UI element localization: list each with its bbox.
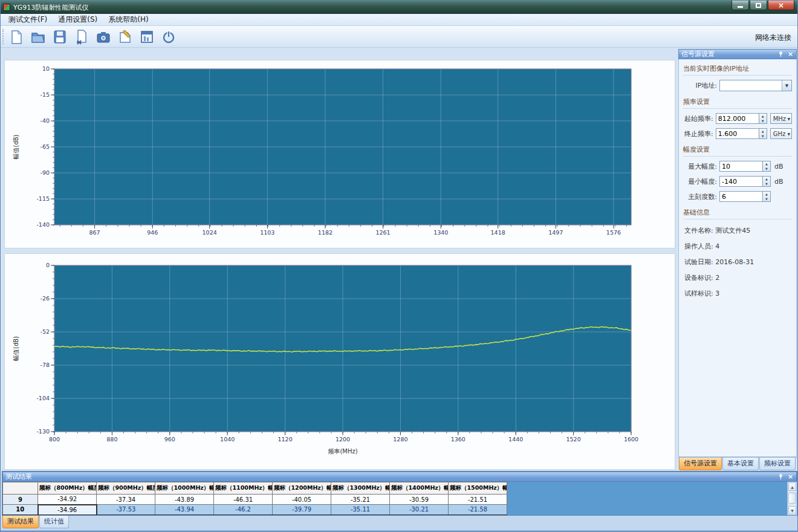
stop-frequency-unit-select[interactable]: GHz▼	[770, 128, 792, 139]
upper-chart: 8679461024110311821261134014181497157610…	[5, 60, 675, 248]
spin-up-icon[interactable]: ▲	[763, 177, 770, 181]
major-divisions-spinner[interactable]: ▲▼	[762, 191, 771, 202]
min-amplitude-label: 最小幅度:	[683, 177, 717, 186]
svg-text:1103: 1103	[260, 229, 274, 236]
svg-text:-15: -15	[40, 91, 50, 98]
start-frequency-unit-select[interactable]: MHz▼	[770, 113, 792, 124]
table-row-9[interactable]: 9-34.92-37.34-43.89-46.31-40.05-35.21-30…	[3, 495, 507, 505]
scroll-up-icon[interactable]: ▲	[788, 482, 796, 491]
settings-tab-2[interactable]: 频标设置	[759, 458, 796, 470]
scrollbar-thumb[interactable]	[788, 493, 796, 504]
spin-down-icon[interactable]: ▼	[759, 134, 767, 138]
close-panel-icon[interactable]: ×	[787, 473, 794, 480]
menu-item-1[interactable]: 通用设置(S)	[53, 13, 103, 26]
title-bar: YG913防辐射性能测试仪 ×	[1, 1, 797, 14]
row-header-10[interactable]: 10	[3, 505, 38, 515]
svg-text:1440: 1440	[508, 436, 523, 443]
cell-9-1[interactable]: -37.34	[97, 495, 155, 505]
start-frequency-label: 起始频率:	[683, 114, 713, 123]
settings-tab-0[interactable]: 信号源设置	[679, 458, 722, 470]
results-scrollbar[interactable]: ▲ ▼	[787, 482, 797, 515]
ip-address-combobox[interactable]: ▼	[719, 80, 792, 91]
spin-down-icon[interactable]: ▼	[763, 166, 770, 171]
pin-icon[interactable]	[777, 51, 784, 57]
upper-chart-panel: 8679461024110311821261134014181497157610…	[4, 60, 675, 248]
cell-10-6[interactable]: -30.21	[390, 505, 449, 515]
spin-up-icon[interactable]: ▲	[759, 129, 767, 134]
power-icon[interactable]	[160, 28, 177, 45]
column-header-3[interactable]: 频标（1100MHz）幅度值	[214, 482, 273, 495]
menu-bar: 测试文件(F)通用设置(S)系统帮助(H)	[1, 14, 797, 26]
cell-9-6[interactable]: -30.59	[390, 495, 449, 505]
results-tab-0[interactable]: 测试结果	[2, 516, 39, 528]
min-amplitude-spinner[interactable]: ▲▼	[762, 176, 771, 187]
row-header-9[interactable]: 9	[3, 495, 38, 505]
spin-down-icon[interactable]: ▼	[763, 181, 770, 186]
column-header-1[interactable]: 频标（900MHz）幅度值	[97, 482, 155, 495]
svg-text:幅值(dB): 幅值(dB)	[13, 336, 19, 361]
svg-text:1040: 1040	[220, 436, 235, 443]
frequency-group: 频率设置 起始频率:▲▼MHz▼终止频率:▲▼GHz▼	[683, 97, 792, 139]
cell-9-5[interactable]: -35.21	[331, 495, 390, 505]
minimize-button[interactable]	[731, 1, 749, 10]
menu-item-2[interactable]: 系统帮助(H)	[103, 13, 154, 26]
cell-10-0[interactable]: -34.96	[38, 505, 97, 515]
stop-frequency-spinner[interactable]: ▲▼	[759, 128, 767, 139]
cell-10-3[interactable]: -46.2	[214, 505, 273, 515]
svg-text:1497: 1497	[548, 229, 563, 236]
settings-tab-1[interactable]: 基本设置	[722, 458, 759, 470]
pin-icon[interactable]	[777, 473, 784, 480]
start-frequency-spinner[interactable]: ▲▼	[759, 113, 767, 124]
minimize-icon	[738, 6, 743, 8]
spin-up-icon[interactable]: ▲	[759, 114, 767, 118]
save-icon[interactable]	[51, 28, 68, 45]
spin-down-icon[interactable]: ▼	[763, 196, 770, 201]
toolbar-grip[interactable]	[2, 29, 4, 44]
new-file-icon[interactable]	[8, 28, 24, 45]
max-amplitude-spinner[interactable]: ▲▼	[762, 161, 771, 172]
cell-9-0[interactable]: -34.92	[38, 495, 97, 505]
info-row-2: 试验日期: 2016-08-31	[684, 258, 791, 267]
svg-text:10: 10	[42, 65, 50, 72]
close-panel-icon[interactable]: ×	[787, 51, 794, 57]
clear-edit-icon[interactable]	[117, 28, 133, 45]
table-row-10[interactable]: 10-34.96-37.53-43.94-46.2-39.79-35.11-30…	[3, 505, 507, 515]
maximize-button[interactable]	[750, 1, 767, 10]
report-table-icon[interactable]	[138, 28, 155, 45]
cell-9-2[interactable]: -43.89	[155, 495, 214, 505]
close-button[interactable]: ×	[768, 1, 794, 10]
svg-text:-130: -130	[36, 428, 50, 435]
cell-9-3[interactable]: -46.31	[214, 495, 273, 505]
cell-10-7[interactable]: -21.58	[449, 505, 507, 515]
scroll-down-icon[interactable]: ▼	[788, 506, 796, 514]
cell-10-2[interactable]: -43.94	[155, 505, 214, 515]
cell-9-7[interactable]: -21.51	[449, 495, 507, 505]
open-folder-icon[interactable]	[30, 28, 46, 45]
spin-down-icon[interactable]: ▼	[759, 118, 767, 123]
svg-text:1261: 1261	[375, 229, 390, 236]
major-divisions-input[interactable]	[719, 191, 762, 202]
min-amplitude-input[interactable]	[719, 176, 762, 187]
column-header-2[interactable]: 频标（1000MHz）幅度值	[155, 482, 214, 495]
cell-10-1[interactable]: -37.53	[97, 505, 155, 515]
cell-10-5[interactable]: -35.11	[331, 505, 390, 515]
max-amplitude-input[interactable]	[719, 161, 762, 172]
export-file-icon[interactable]	[73, 28, 89, 45]
cell-9-4[interactable]: -40.05	[273, 495, 331, 505]
results-tab-1[interactable]: 统计值	[39, 516, 69, 528]
cell-10-4[interactable]: -39.79	[273, 505, 331, 515]
menu-item-0[interactable]: 测试文件(F)	[3, 13, 53, 26]
svg-text:1600: 1600	[624, 436, 638, 443]
column-header-4[interactable]: 频标（1200MHz）幅度值	[273, 482, 331, 495]
spin-up-icon[interactable]: ▲	[763, 192, 770, 196]
column-header-0[interactable]: 频标（800MHz）幅度值	[38, 482, 97, 495]
svg-text:-65: -65	[40, 143, 50, 150]
stop-frequency-input[interactable]	[716, 128, 759, 139]
column-header-6[interactable]: 频标（1400MHz）幅度值	[390, 482, 449, 495]
column-header-7[interactable]: 频标（1500MHz）幅度值	[449, 482, 507, 495]
camera-icon[interactable]	[95, 28, 111, 45]
signal-settings-title: 信号源设置	[681, 50, 777, 59]
spin-up-icon[interactable]: ▲	[763, 161, 770, 166]
start-frequency-input[interactable]	[716, 113, 759, 124]
column-header-5[interactable]: 频标（1300MHz）幅度值	[331, 482, 390, 495]
